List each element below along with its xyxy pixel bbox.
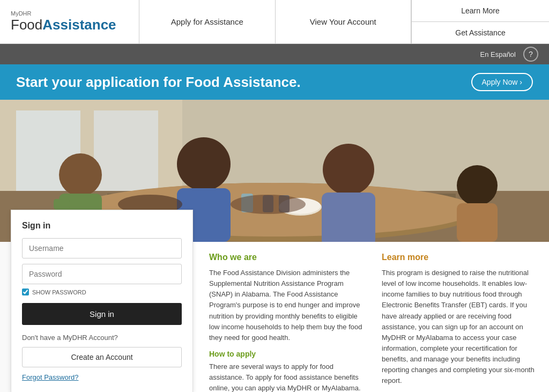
forgot-password-link[interactable]: Forgot Password?: [22, 373, 79, 381]
signin-button[interactable]: Sign in: [22, 303, 182, 325]
espanol-link[interactable]: En Español: [480, 50, 516, 58]
logo-assistance: Assistance: [42, 17, 116, 33]
logo-area: MyDHR FoodAssistance: [0, 0, 139, 43]
site-header: MyDHR FoodAssistance Apply for Assistanc…: [0, 0, 549, 44]
create-account-button[interactable]: Create an Account: [22, 347, 182, 367]
svg-rect-24: [457, 203, 498, 242]
svg-rect-18: [54, 199, 70, 210]
content-area: Sign in SHOW PASSWORD Sign in Don't have…: [0, 242, 549, 392]
nav-center: Apply for Assistance View Your Account: [139, 0, 411, 43]
get-assistance-nav[interactable]: Get Assistance: [412, 22, 549, 43]
learn-more-nav[interactable]: Learn More: [412, 0, 549, 22]
username-input[interactable]: [22, 238, 182, 258]
signin-title: Sign in: [22, 221, 182, 231]
nav-right: Learn More Get Assistance: [411, 0, 549, 43]
svg-point-21: [323, 144, 374, 195]
learn-more-column: Learn more This program is designed to r…: [382, 253, 538, 392]
logo-top: MyDHR: [11, 10, 128, 17]
question-mark-icon: ?: [529, 50, 533, 58]
apply-now-button[interactable]: Apply Now ›: [471, 73, 533, 91]
help-button[interactable]: ?: [523, 47, 538, 62]
svg-point-23: [457, 165, 498, 206]
main-content: Who we are The Food Assistance Division …: [193, 242, 549, 392]
who-we-are-title: Who we are: [209, 253, 366, 262]
logo-food: Food: [11, 17, 42, 33]
signin-panel: Sign in SHOW PASSWORD Sign in Don't have…: [11, 210, 193, 392]
learn-more-text: This program is designed to raise the nu…: [382, 268, 538, 387]
banner-text: Start your application for Food Assistan…: [16, 74, 461, 91]
view-account-nav[interactable]: View Your Account: [276, 0, 411, 43]
how-to-apply-title: How to apply: [209, 350, 366, 358]
sub-header-bar: En Español ?: [0, 44, 549, 64]
show-password-label: SHOW PASSWORD: [32, 289, 86, 295]
svg-rect-22: [322, 193, 375, 242]
no-account-text: Don't have a MyDHR Account?: [22, 334, 182, 342]
learn-more-title: Learn more: [382, 253, 538, 262]
hero-banner: Start your application for Food Assistan…: [0, 64, 549, 100]
logo-main: FoodAssistance: [11, 17, 128, 33]
how-to-apply-text: There are several ways to apply for food…: [209, 361, 366, 392]
show-password-checkbox[interactable]: [22, 289, 29, 295]
svg-point-16: [59, 153, 102, 196]
apply-assistance-nav[interactable]: Apply for Assistance: [139, 0, 276, 43]
show-password-row: SHOW PASSWORD: [22, 289, 182, 295]
password-input[interactable]: [22, 264, 182, 284]
who-we-are-column: Who we are The Food Assistance Division …: [209, 253, 366, 392]
who-we-are-text: The Food Assistance Division administers…: [209, 268, 366, 343]
svg-point-19: [177, 137, 231, 191]
svg-point-26: [231, 195, 306, 214]
